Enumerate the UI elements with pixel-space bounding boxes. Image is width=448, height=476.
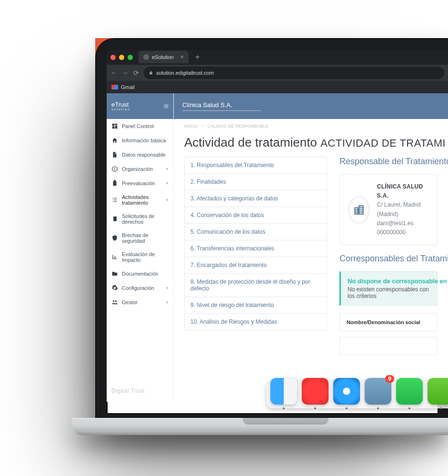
- gear-icon: [111, 285, 118, 291]
- sidebar-item-label: Documentación: [122, 271, 158, 277]
- sidebar-item-info[interactable]: Organización▾: [107, 162, 173, 176]
- sidebar-item-label: Datos responsable: [122, 152, 166, 158]
- chevron-down-icon: ▾: [166, 167, 169, 171]
- sidebar-header: eTrust solution: [107, 93, 173, 119]
- sidebar-nav: Panel ControlInformación básicaDatos res…: [107, 119, 173, 380]
- sidebar-item-shield[interactable]: Brechas de seguridad: [107, 228, 173, 248]
- table-empty-row: [339, 337, 438, 355]
- accordion-item-3[interactable]: 3. Afectados y categorías de datos: [185, 190, 327, 207]
- sidebar-item-file[interactable]: Datos responsable: [107, 148, 173, 162]
- list-icon: [111, 197, 118, 203]
- window-minimize-button[interactable]: [119, 55, 124, 60]
- alert-title: No dispone de corresponsable en la: [348, 278, 430, 285]
- sidebar: eTrust solution Panel ControlInformación…: [107, 93, 174, 402]
- accordion-item-6[interactable]: 6. Transferencias internacionales: [185, 240, 327, 257]
- chevron-down-icon: ▾: [166, 181, 169, 186]
- clipboard-icon: [111, 180, 118, 187]
- new-tab-button[interactable]: +: [192, 53, 202, 61]
- sidebar-item-home[interactable]: Información básica: [107, 133, 173, 148]
- chevron-down-icon: ▾: [166, 300, 169, 305]
- sidebar-item-clipboard[interactable]: Preevaluación▾: [107, 176, 173, 190]
- dashboard-icon: [111, 123, 118, 129]
- people-icon: [111, 299, 118, 306]
- section-accordion: 1. Responsables del Tratamiento2. Finali…: [184, 157, 327, 330]
- sidebar-item-label: Brechas de seguridad: [122, 232, 169, 244]
- address-bar[interactable]: solution.edigitaltrust.com: [144, 67, 444, 79]
- brand-sub: solution: [111, 108, 130, 111]
- file-icon: [111, 151, 118, 158]
- sidebar-item-label: Preevaluación: [122, 180, 155, 186]
- breadcrumb-current: CALIDAD DE RESPONSABLE: [208, 124, 269, 129]
- sidebar-item-label: Gestor: [122, 299, 138, 305]
- sidebar-item-gear[interactable]: Configuración▾: [107, 281, 173, 295]
- browser-tabbar: eSolution × +: [107, 50, 448, 65]
- folder-icon: [111, 270, 118, 277]
- app-page: eTrust solution Panel ControlInformación…: [107, 93, 448, 402]
- bookmarks-bar: Gmail: [107, 81, 448, 93]
- sidebar-footer: Digital Trust: [107, 380, 173, 402]
- responsable-card: CLÍNICA SALUD S.A. C/ Laurel, Madrid (Ma…: [339, 174, 438, 245]
- laptop-base: [71, 418, 448, 435]
- window-controls: [110, 55, 133, 60]
- browser-toolbar: ← → ⟳ solution.edigitaltrust.com: [107, 65, 448, 81]
- page-title-main: Actividad de tratamiento: [184, 135, 317, 149]
- sidebar-item-chart[interactable]: Evaluación de Impacto: [107, 248, 173, 267]
- laptop-screen: eSolution × + ← → ⟳ solution.edigitaltru…: [107, 50, 448, 402]
- responsable-email: dani@test1.es: [377, 220, 414, 227]
- brand-logo[interactable]: eTrust solution: [111, 101, 130, 111]
- no-corresponsable-alert: No dispone de corresponsable en la No ex…: [339, 271, 438, 306]
- lock-icon: [149, 70, 153, 75]
- sidebar-item-label: Información básica: [122, 138, 166, 143]
- accordion-item-4[interactable]: 4. Conservación de los datos: [185, 207, 327, 223]
- sidebar-item-dashboard[interactable]: Panel Control: [107, 119, 173, 133]
- table-header-name: Nombre/Denominación social: [339, 313, 438, 331]
- nav-forward-button[interactable]: →: [122, 69, 129, 77]
- accordion-item-10[interactable]: 10. Análisis de Riesgos y Medidas: [185, 313, 327, 330]
- chevron-down-icon: ▾: [166, 286, 169, 290]
- sidebar-item-label: Panel Control: [122, 123, 154, 129]
- tab-favicon: [143, 54, 149, 60]
- sidebar-item-people[interactable]: Gestor▾: [107, 295, 173, 309]
- window-close-button[interactable]: [110, 55, 116, 60]
- main-content: Clínica Salud S.A. INICIO / CALIDAD DE R…: [174, 93, 448, 402]
- accordion-item-5[interactable]: 5. Comunicación de los datos: [185, 223, 327, 240]
- building-icon: [348, 197, 369, 223]
- nav-reload-button[interactable]: ⟳: [133, 69, 139, 77]
- nav-back-button[interactable]: ←: [110, 69, 117, 77]
- accordion-item-1[interactable]: 1. Responsables del Tratamiento: [185, 157, 327, 173]
- tab-title: eSolution: [152, 54, 174, 60]
- sidebar-item-label: Configuración: [122, 285, 154, 291]
- info-icon: [111, 166, 118, 172]
- accordion-item-2[interactable]: 2. Finalidades: [185, 173, 327, 190]
- browser-tab[interactable]: eSolution ×: [139, 51, 189, 63]
- sidebar-item-list[interactable]: Actividades tratamiento▾: [107, 190, 173, 209]
- window-zoom-button[interactable]: [128, 55, 133, 60]
- corresponsables-heading: Corresponsables del Tratamiento: [339, 254, 438, 264]
- sidebar-item-book[interactable]: Solicitudes de derechos: [107, 209, 173, 228]
- sidebar-item-folder[interactable]: Documentación: [107, 267, 173, 281]
- responsable-heading: Responsable del Tratamiento: [339, 157, 438, 167]
- responsable-phone: 000000000: [377, 229, 406, 236]
- sidebar-item-label: Actividades tratamiento: [122, 194, 162, 206]
- brand-name: eTrust: [111, 101, 129, 108]
- gmail-icon: [111, 85, 118, 89]
- page-title: Actividad de tratamiento ACTIVIDAD DE TR…: [174, 133, 448, 157]
- tab-close-icon[interactable]: ×: [180, 54, 184, 60]
- company-selector[interactable]: Clínica Salud S.A.: [182, 101, 261, 111]
- top-bar: Clínica Salud S.A.: [174, 93, 448, 119]
- breadcrumb: INICIO / CALIDAD DE RESPONSABLE: [174, 119, 448, 133]
- responsable-name: CLÍNICA SALUD S.A.: [377, 183, 423, 199]
- sidebar-gear-icon[interactable]: [164, 104, 169, 109]
- accordion-item-9[interactable]: 9. Nivel de riesgo del tratamiento: [185, 297, 327, 313]
- breadcrumb-root[interactable]: INICIO: [184, 124, 198, 129]
- accordion-item-7[interactable]: 7. Encargados del tratamiento: [185, 257, 327, 273]
- chart-icon: [111, 254, 118, 260]
- address-url: solution.edigitaltrust.com: [156, 70, 214, 76]
- responsable-address: C/ Laurel, Madrid (Madrid): [377, 201, 421, 217]
- sidebar-item-label: Organización: [122, 166, 153, 172]
- bookmark-gmail[interactable]: Gmail: [121, 84, 135, 90]
- browser-window: eSolution × + ← → ⟳ solution.edigitaltru…: [107, 50, 448, 402]
- book-icon: [111, 216, 118, 222]
- accordion-item-8[interactable]: 8. Medidas de protección desde el diseño…: [185, 273, 327, 297]
- home-icon: [111, 137, 118, 144]
